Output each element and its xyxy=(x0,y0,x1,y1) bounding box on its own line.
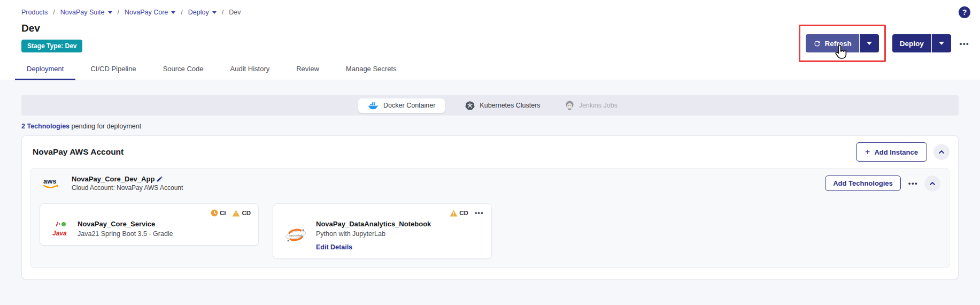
warning-triangle-icon xyxy=(450,210,458,217)
kubernetes-icon xyxy=(465,101,475,110)
breadcrumb-current-dev: Dev xyxy=(229,9,241,16)
chevron-down-icon xyxy=(867,42,872,45)
breadcrumb-separator: / xyxy=(181,9,182,16)
ci-status-badge: CI xyxy=(211,209,226,217)
tab-audit-history[interactable]: Audit History xyxy=(219,60,282,80)
toggle-kubernetes-clusters[interactable]: Kubernetes Clusters xyxy=(461,101,544,110)
breadcrumb-separator: / xyxy=(118,9,119,16)
status-text: pending for deployment xyxy=(70,123,141,130)
breadcrumb-novapay-suite[interactable]: NovaPay Suite xyxy=(60,9,112,16)
tab-source-code[interactable]: Source Code xyxy=(151,60,215,80)
edit-details-link[interactable]: Edit Details xyxy=(316,243,431,251)
cd-badge-label: CD xyxy=(242,210,251,216)
breadcrumb-deploy[interactable]: Deploy xyxy=(188,9,217,16)
cd-badge-label: CD xyxy=(459,210,468,216)
tech-card-body: jupyterlab NovaPay_DataAnalytics_Noteboo… xyxy=(281,220,484,251)
cloud-account-label: Cloud Account: NovaPay AWS Account xyxy=(72,184,183,192)
account-card-header: NovaPay AWS Account + Add Instance xyxy=(30,142,950,162)
stage-type-badge: Stage Type: Dev xyxy=(21,40,82,52)
tech-name: NovaPay_Core_Service xyxy=(78,220,173,228)
ci-badge-label: CI xyxy=(220,210,226,216)
breadcrumb: Products / NovaPay Suite / NovaPay Core … xyxy=(21,9,241,16)
deployment-panel: Docker Container Kubernetes Clusters xyxy=(0,80,980,305)
toggle-label: Jenkins Jobs xyxy=(579,102,618,109)
chevron-up-icon xyxy=(929,180,936,187)
clock-icon xyxy=(211,209,218,217)
edit-pencil-icon[interactable] xyxy=(156,176,163,182)
pending-status-line: 2 Technologies pending for deployment xyxy=(21,123,959,130)
breadcrumb-separator: / xyxy=(222,9,223,16)
tech-stack: Python with JupyterLab xyxy=(316,230,431,238)
docker-icon xyxy=(368,102,379,110)
page-actions: Refresh Deploy ••• xyxy=(799,25,969,62)
breadcrumb-label: Products xyxy=(21,9,48,16)
tab-review[interactable]: Review xyxy=(284,60,331,80)
plus-icon: + xyxy=(865,147,870,157)
instance-info: NovaPay_Core_Dev_App Cloud Account: Nova… xyxy=(72,175,183,192)
badge-row: CD ••• xyxy=(281,209,484,217)
tech-card-text: NovaPay_DataAnalytics_Notebook Python wi… xyxy=(316,220,431,251)
instance-header-actions: Add Technologies ••• xyxy=(825,176,940,192)
breadcrumb-label: Deploy xyxy=(188,9,209,16)
tech-stack: Java21 Spring Boot 3.5 - Gradle xyxy=(78,230,173,238)
top-bar: Products / NovaPay Suite / NovaPay Core … xyxy=(0,0,980,18)
help-icon[interactable]: ? xyxy=(959,6,970,18)
chevron-down-icon xyxy=(108,11,112,14)
help-glyph: ? xyxy=(962,8,967,17)
tech-card-body: Java NovaPay_Core_Service Java21 Spring … xyxy=(48,220,251,238)
breadcrumb-novapay-core[interactable]: NovaPay Core xyxy=(125,9,175,16)
chevron-down-icon xyxy=(171,11,175,14)
refresh-label: Refresh xyxy=(825,40,852,48)
account-title: NovaPay AWS Account xyxy=(30,147,124,157)
chevron-up-icon xyxy=(938,149,945,155)
account-card: NovaPay AWS Account + Add Instance aws xyxy=(21,135,959,279)
refresh-icon xyxy=(813,40,821,48)
highlight-annotation-box: Refresh xyxy=(799,25,886,62)
tab-cicd-pipeline[interactable]: CI/CD Pipeline xyxy=(79,60,148,80)
instance-more-options-icon[interactable]: ••• xyxy=(908,179,918,187)
jenkins-icon xyxy=(565,101,574,110)
add-technologies-label: Add Technologies xyxy=(833,179,893,187)
refresh-split-button: Refresh xyxy=(806,34,879,52)
add-instance-label: Add Instance xyxy=(874,148,918,156)
deploy-dropdown-button[interactable] xyxy=(932,34,951,52)
tab-deployment[interactable]: Deployment xyxy=(15,60,75,80)
refresh-dropdown-button[interactable] xyxy=(860,34,879,52)
technology-cards-row: CI CD xyxy=(40,203,940,259)
tech-name: NovaPay_DataAnalytics_Notebook xyxy=(316,220,431,228)
toggle-jenkins-jobs: Jenkins Jobs xyxy=(561,101,622,110)
jupyterlab-icon: jupyterlab xyxy=(284,227,307,243)
svg-text:jupyterlab: jupyterlab xyxy=(288,234,303,237)
deploy-button[interactable]: Deploy xyxy=(892,34,931,52)
instance-card-header: aws NovaPay_Core_Dev_App Cloud Account: … xyxy=(40,175,940,192)
toggle-label: Kubernetes Clusters xyxy=(480,102,540,109)
cd-status-badge: CD xyxy=(232,210,251,217)
warning-triangle-icon xyxy=(232,210,240,217)
add-instance-button[interactable]: + Add Instance xyxy=(856,142,927,162)
refresh-button[interactable]: Refresh xyxy=(806,34,859,52)
collapse-account-button[interactable] xyxy=(933,144,950,160)
deploy-label: Deploy xyxy=(900,40,924,48)
card-more-options-icon[interactable]: ••• xyxy=(475,209,484,217)
tech-card-novapay-dataanalytics-notebook[interactable]: CD ••• jupyterlab NovaPay_ xyxy=(273,203,492,259)
tech-card-novapay-core-service[interactable]: CI CD xyxy=(40,203,259,246)
svg-text:aws: aws xyxy=(43,177,57,185)
breadcrumb-separator: / xyxy=(53,9,55,16)
breadcrumb-label: NovaPay Core xyxy=(125,9,168,16)
add-technologies-button[interactable]: Add Technologies xyxy=(825,176,901,191)
toggle-docker-container[interactable]: Docker Container xyxy=(358,98,445,113)
tab-bar: Deployment CI/CD Pipeline Source Code Au… xyxy=(0,60,980,80)
aws-icon: aws xyxy=(42,177,62,190)
svg-text:Java: Java xyxy=(52,230,67,237)
collapse-instance-button[interactable] xyxy=(924,176,940,192)
chevron-down-icon xyxy=(939,42,944,45)
tech-card-text: NovaPay_Core_Service Java21 Spring Boot … xyxy=(78,220,173,238)
badge-row: CI CD xyxy=(48,209,251,217)
technology-count: 2 Technologies xyxy=(21,123,70,130)
instance-name: NovaPay_Core_Dev_App xyxy=(72,175,155,183)
breadcrumb-label: NovaPay Suite xyxy=(60,9,105,16)
more-options-icon[interactable]: ••• xyxy=(960,40,969,48)
tab-manage-secrets[interactable]: Manage Secrets xyxy=(334,60,408,80)
chevron-down-icon xyxy=(212,11,217,14)
breadcrumb-products[interactable]: Products xyxy=(21,9,48,16)
